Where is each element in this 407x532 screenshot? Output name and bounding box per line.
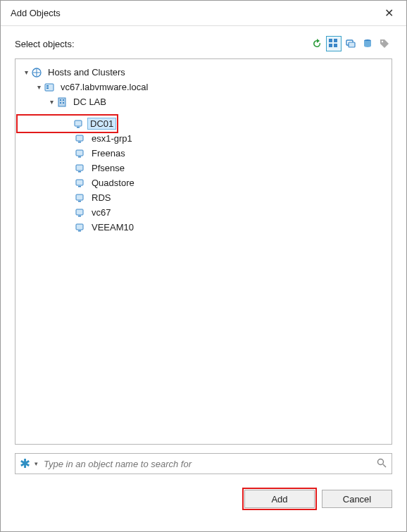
view-toolbar <box>309 36 392 51</box>
star-icon[interactable]: ✱ <box>20 457 30 470</box>
tags-view-icon[interactable] <box>377 36 392 51</box>
tree-label: DC01 <box>87 118 116 130</box>
svg-rect-25 <box>76 180 83 185</box>
vcenter-icon <box>44 82 55 93</box>
cancel-button[interactable]: Cancel <box>322 490 392 508</box>
svg-rect-17 <box>75 120 82 126</box>
svg-rect-27 <box>76 194 83 200</box>
dialog-content: Select objects: ▾ Hosts and <box>1 26 406 481</box>
datacenter-icon <box>56 97 68 108</box>
svg-rect-16 <box>63 102 64 104</box>
tree-label: vc67 <box>89 206 113 218</box>
svg-rect-31 <box>76 224 83 230</box>
window-title: Add Objects <box>11 8 378 18</box>
svg-rect-22 <box>78 156 81 158</box>
svg-line-34 <box>383 464 386 467</box>
refresh-icon[interactable] <box>309 36 325 51</box>
tree-vm[interactable]: vc67 <box>20 205 387 220</box>
tree-label: Pfsense <box>89 162 127 174</box>
svg-rect-5 <box>349 42 355 47</box>
close-icon[interactable]: ✕ <box>378 6 399 20</box>
vm-icon <box>75 133 86 144</box>
search-bar: ✱ ▾ <box>15 453 392 474</box>
svg-rect-21 <box>76 150 83 156</box>
tree-label: Hosts and Clusters <box>45 66 128 78</box>
svg-rect-12 <box>58 98 65 106</box>
svg-rect-30 <box>78 216 81 217</box>
chevron-down-icon[interactable]: ▾ <box>46 97 56 107</box>
svg-rect-13 <box>60 99 61 101</box>
svg-point-7 <box>382 41 383 42</box>
svg-rect-26 <box>78 186 81 187</box>
tree-label: VEEAM10 <box>89 221 137 233</box>
vm-icon <box>75 192 86 204</box>
search-input[interactable] <box>42 458 372 470</box>
hosts-clusters-view-icon[interactable] <box>326 36 342 51</box>
chevron-down-icon[interactable]: ▾ <box>34 82 44 92</box>
vm-icon <box>75 207 86 218</box>
tree-datacenter[interactable]: ▾ DC LAB <box>20 94 387 109</box>
chevron-down-icon[interactable]: ▾ <box>21 68 31 78</box>
svg-point-33 <box>378 459 384 464</box>
vms-templates-view-icon[interactable] <box>343 36 358 51</box>
vm-icon <box>75 148 86 159</box>
tree-label: Freenas <box>89 147 128 159</box>
vm-icon <box>75 222 86 233</box>
svg-rect-23 <box>76 165 83 171</box>
vm-icon <box>75 178 86 189</box>
svg-rect-20 <box>78 142 81 143</box>
tree-label: vc67.labvmware.local <box>58 81 151 93</box>
svg-rect-0 <box>329 39 332 42</box>
svg-rect-9 <box>45 84 54 91</box>
chevron-down-icon[interactable]: ▾ <box>35 460 38 467</box>
svg-rect-1 <box>334 39 337 42</box>
svg-rect-29 <box>76 209 83 215</box>
vm-icon <box>73 118 84 130</box>
add-button[interactable]: Add <box>244 490 315 508</box>
svg-rect-2 <box>329 44 332 47</box>
svg-rect-24 <box>78 171 81 173</box>
svg-rect-18 <box>77 127 80 128</box>
svg-rect-3 <box>334 44 337 47</box>
button-row: Add Cancel <box>1 481 406 508</box>
tree-vm[interactable]: RDS <box>20 190 387 205</box>
tree-label: RDS <box>89 192 113 204</box>
tree-root[interactable]: ▾ Hosts and Clusters <box>20 65 387 80</box>
titlebar: Add Objects ✕ <box>1 1 406 26</box>
tree-vm[interactable]: Quadstore <box>20 175 387 190</box>
svg-rect-10 <box>46 85 49 87</box>
object-tree[interactable]: ▾ Hosts and Clusters ▾ vc67.labvmware.lo… <box>15 58 392 445</box>
svg-rect-32 <box>78 230 81 232</box>
datastores-view-icon[interactable] <box>360 36 375 51</box>
tree-vcenter[interactable]: ▾ vc67.labvmware.local <box>20 80 387 94</box>
tree-vm[interactable]: Pfsense <box>20 161 387 175</box>
svg-rect-19 <box>76 135 83 141</box>
svg-rect-11 <box>46 87 49 89</box>
tree-label: esx1-grp1 <box>89 132 135 144</box>
svg-rect-14 <box>63 99 64 101</box>
svg-rect-28 <box>78 201 81 202</box>
svg-rect-15 <box>60 102 61 104</box>
tree-vm-dc01[interactable]: DC01 <box>18 116 116 131</box>
hosts-clusters-icon <box>31 67 42 78</box>
tree-vm[interactable]: Freenas <box>20 146 387 161</box>
select-objects-label: Select objects: <box>15 39 309 49</box>
tree-label: DC LAB <box>70 96 109 108</box>
tree-label: Quadstore <box>89 177 137 189</box>
vm-icon <box>75 163 86 174</box>
tree-vm[interactable]: VEEAM10 <box>20 220 387 235</box>
search-icon[interactable] <box>376 457 387 471</box>
tree-vm[interactable]: esx1-grp1 <box>20 131 387 146</box>
